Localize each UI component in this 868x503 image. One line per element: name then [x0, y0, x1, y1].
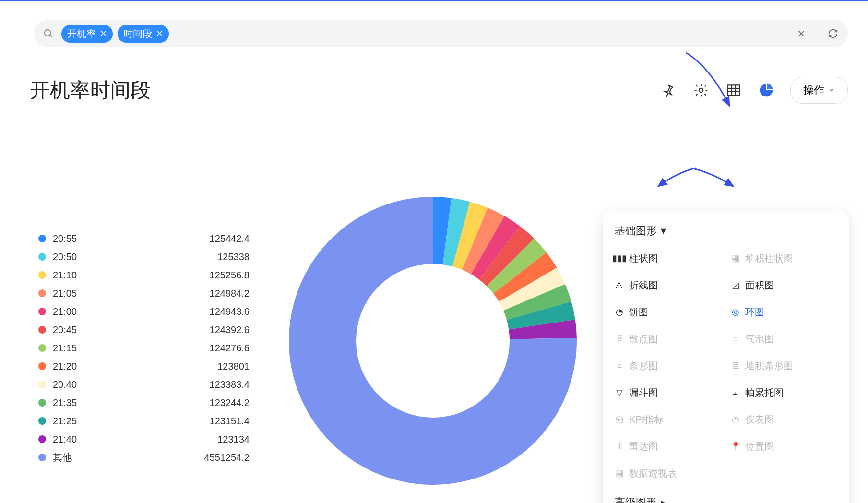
- table-icon[interactable]: [725, 82, 742, 99]
- legend-row[interactable]: 21:40123134: [38, 430, 250, 448]
- gear-icon[interactable]: [692, 82, 710, 99]
- chart-option-icon: 📍: [731, 442, 740, 451]
- action-button[interactable]: 操作: [790, 77, 848, 104]
- chart-option-label: KPI指标: [629, 413, 664, 426]
- legend-row[interactable]: 21:25123151.4: [38, 412, 250, 430]
- chart-option-icon: ≡: [615, 361, 624, 371]
- chart-option-环图[interactable]: ◎环图: [731, 299, 837, 325]
- chart-option-KPI指标: ㉿KPI指标: [615, 406, 721, 433]
- legend-swatch: [38, 362, 46, 370]
- chart-option-柱状图[interactable]: ▮▮▮柱状图: [615, 245, 721, 272]
- legend-label: 21:35: [53, 397, 182, 408]
- chart-option-折线图[interactable]: ⩚折线图: [615, 272, 721, 299]
- chart-type-panel: 基础图形 ▾ ▮▮▮柱状图▦堆积柱状图⩚折线图◿面积图◔饼图◎环图⠿散点图○气泡…: [603, 211, 849, 503]
- chevron-down-icon: [828, 87, 835, 94]
- legend-label: 21:10: [53, 270, 182, 281]
- content-area: 20:55125442.420:5012533821:10125256.821:…: [30, 120, 848, 503]
- legend-label: 21:25: [53, 416, 182, 427]
- legend-value: 4551254.2: [182, 452, 250, 463]
- chart-option-label: 条形图: [629, 359, 658, 372]
- legend-value: 123383.4: [182, 379, 250, 390]
- chart-type-icon[interactable]: [758, 82, 775, 99]
- legend-swatch: [38, 344, 46, 352]
- toolbar: 操作: [660, 77, 848, 104]
- legend-row[interactable]: 20:40123383.4: [38, 375, 250, 394]
- chart-option-icon: ▦: [615, 468, 624, 478]
- chart-option-位置图: 📍位置图: [731, 433, 837, 460]
- chart-option-icon: ⠿: [615, 334, 624, 344]
- chart-option-数据透视表: ▦数据透视表: [615, 460, 721, 487]
- chart-option-label: 堆积条形图: [745, 359, 793, 372]
- chart-option-icon: ⩚: [615, 280, 624, 290]
- legend-row[interactable]: 21:15124276.6: [38, 339, 250, 357]
- chart-option-条形图: ≡条形图: [615, 352, 721, 379]
- chart-option-icon: ◔: [615, 307, 624, 317]
- chart-option-label: 雷达图: [629, 440, 658, 453]
- chart-option-雷达图: ✳雷达图: [615, 433, 721, 460]
- filter-chip-kaijilv[interactable]: 开机率 ✕: [61, 25, 113, 43]
- legend-row[interactable]: 20:45124392.6: [38, 321, 250, 339]
- chart-option-气泡图: ○气泡图: [731, 325, 837, 352]
- page-title: 开机率时间段: [30, 77, 151, 104]
- legend-label: 20:50: [53, 252, 182, 263]
- top-accent-line: [0, 0, 868, 1]
- chip-label: 时间段: [123, 27, 152, 40]
- chart-option-label: 气泡图: [745, 333, 774, 346]
- legend-row[interactable]: 21:20123801: [38, 357, 250, 375]
- legend-value: 123801: [182, 361, 250, 372]
- panel-basic-header-label: 基础图形: [615, 224, 657, 238]
- panel-advanced-header[interactable]: 高级图形 ▸: [615, 495, 837, 503]
- legend-value: 124276.6: [182, 343, 250, 354]
- chart-option-label: 数据透视表: [629, 467, 677, 480]
- legend-value: 123244.2: [182, 397, 250, 408]
- chart-option-堆积条形图: ≣堆积条形图: [731, 352, 837, 379]
- legend-label: 21:00: [53, 306, 182, 317]
- chart-option-icon: ◷: [731, 415, 740, 424]
- search-icon: [43, 28, 54, 39]
- legend-label: 21:40: [53, 434, 182, 445]
- chart-option-面积图[interactable]: ◿面积图: [731, 272, 837, 299]
- legend-label: 21:05: [53, 288, 182, 299]
- chart-option-帕累托图[interactable]: ⫠帕累托图: [731, 379, 837, 406]
- refresh-icon[interactable]: [828, 28, 838, 39]
- legend-label: 21:15: [53, 343, 182, 354]
- chart-option-label: 漏斗图: [629, 386, 658, 399]
- legend-label: 20:55: [53, 233, 182, 244]
- chip-remove-icon[interactable]: ✕: [100, 28, 107, 39]
- chart-option-label: 位置图: [745, 440, 774, 453]
- chip-remove-icon[interactable]: ✕: [156, 28, 163, 39]
- clear-icon[interactable]: [797, 29, 806, 38]
- divider: [817, 27, 817, 40]
- panel-basic-header[interactable]: 基础图形 ▾: [615, 224, 837, 238]
- chip-label: 开机率: [67, 27, 96, 40]
- chart-option-icon: ◿: [731, 280, 740, 290]
- chart-option-饼图[interactable]: ◔饼图: [615, 299, 721, 325]
- svg-point-4: [699, 88, 703, 93]
- legend-value: 125256.8: [182, 270, 250, 281]
- legend-row[interactable]: 21:05124984.2: [38, 284, 250, 302]
- chart-option-漏斗图[interactable]: ▽漏斗图: [615, 379, 721, 406]
- chart-option-散点图: ⠿散点图: [615, 325, 721, 352]
- legend-row[interactable]: 21:35123244.2: [38, 394, 250, 412]
- chart-option-label: 面积图: [745, 279, 774, 292]
- donut-chart: [265, 173, 601, 503]
- legend-row[interactable]: 其他4551254.2: [38, 448, 250, 467]
- filter-chip-shijianduan[interactable]: 时间段 ✕: [118, 25, 169, 43]
- search-bar[interactable]: 开机率 ✕ 时间段 ✕: [34, 20, 848, 47]
- legend-row[interactable]: 20:55125442.4: [38, 229, 250, 248]
- legend-swatch: [38, 454, 46, 461]
- legend-swatch: [38, 417, 46, 425]
- legend-row[interactable]: 21:10125256.8: [38, 266, 250, 284]
- legend-value: 124984.2: [182, 288, 250, 299]
- legend: 20:55125442.420:5012533821:10125256.821:…: [38, 229, 250, 467]
- pin-icon[interactable]: [660, 82, 677, 99]
- caret-right-icon: ▸: [661, 496, 666, 503]
- legend-row[interactable]: 20:50125338: [38, 248, 250, 266]
- legend-row[interactable]: 21:00124943.6: [38, 302, 250, 321]
- chart-option-label: 饼图: [629, 306, 648, 319]
- legend-swatch: [38, 435, 46, 443]
- svg-point-0: [45, 30, 51, 36]
- legend-value: 125338: [182, 252, 250, 263]
- chart-option-icon: ⫠: [731, 388, 740, 397]
- chart-option-label: 堆积柱状图: [745, 252, 793, 265]
